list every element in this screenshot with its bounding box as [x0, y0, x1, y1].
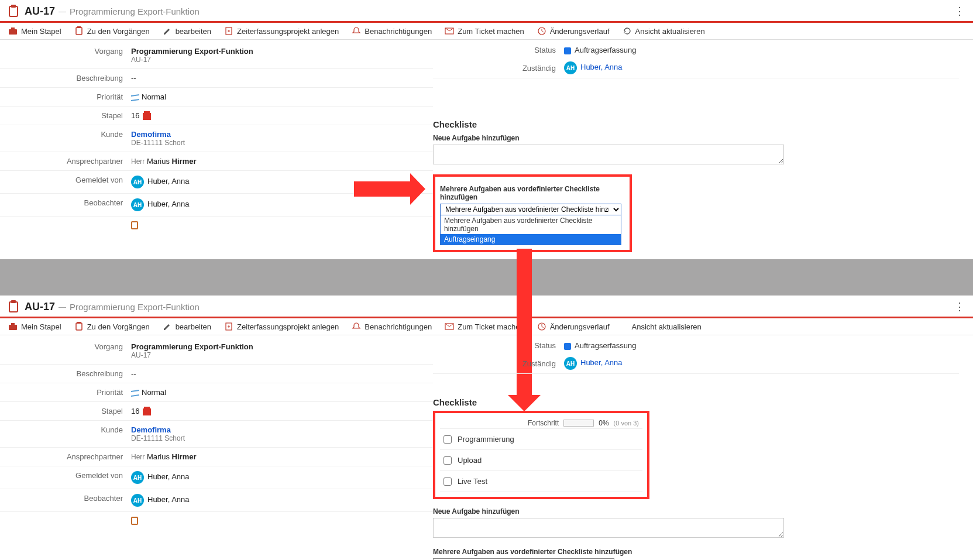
checkbox[interactable]: [443, 456, 452, 465]
meta-status: Status Auftragserfassung: [433, 42, 959, 58]
kebab-icon[interactable]: ⋮: [954, 5, 965, 18]
field-beschreibung: Beschreibung --: [0, 68, 433, 87]
new-task-label: Neue Aufgabe hinzufügen: [433, 507, 959, 516]
field-prioritaet: Priorität Normal: [0, 87, 433, 106]
bookmark-icon[interactable]: [131, 517, 138, 525]
checkbox[interactable]: [443, 435, 452, 444]
svg-rect-2: [9, 29, 17, 35]
tb-aenderung[interactable]: Änderungsverlauf: [537, 322, 610, 331]
select-option[interactable]: Auftragseingang: [441, 234, 621, 245]
checklist-select-options: Mehrere Aufgaben aus vordefinierter Chec…: [440, 215, 621, 245]
avatar: AH: [131, 176, 144, 188]
ticket-header: AU-17 — Programmierung Export-Funktion ⋮: [0, 296, 973, 318]
field-ansprechpartner: Ansprechpartner Herr Marius Hirmer: [0, 152, 433, 170]
right-column: StatusAuftragserfassung ZuständigAHHuber…: [433, 338, 973, 560]
zustaendig-link[interactable]: Huber, Anna: [580, 63, 623, 71]
multi-label: Mehrere Aufgaben aus vordefinierter Chec…: [440, 185, 625, 201]
tb-aktualisieren[interactable]: Ansicht aktualisieren: [632, 322, 702, 331]
svg-rect-13: [76, 323, 82, 330]
svg-rect-12: [11, 323, 15, 325]
arrow-right-icon: [354, 181, 412, 197]
checklist-item[interactable]: Programmierung: [440, 429, 642, 450]
status-color-icon: [564, 343, 571, 350]
avatar: AH: [131, 198, 144, 211]
field-stapel: Stapel 16: [0, 106, 433, 125]
bell-icon: [352, 26, 361, 36]
clipboard-icon: [74, 322, 84, 331]
right-column: Status Auftragserfassung Zuständig AHHub…: [433, 42, 973, 252]
avatar: AH: [564, 61, 577, 74]
avatar: AH: [131, 494, 144, 507]
kunde-link[interactable]: Demofirma: [131, 130, 429, 139]
new-task-input[interactable]: [433, 518, 784, 538]
svg-rect-11: [9, 325, 17, 330]
tb-zu-vorgaengen[interactable]: Zu den Vorgängen: [74, 26, 150, 36]
body-top: Vorgang Programmierung Export-Funktion A…: [0, 40, 973, 259]
dash: —: [59, 7, 66, 16]
svg-rect-10: [11, 300, 16, 303]
bell-icon: [352, 322, 361, 331]
toolbar: Mein Stapel Zu den Vorgängen bearbeiten …: [0, 23, 973, 40]
zustaendig-link[interactable]: Huber, Anna: [580, 358, 623, 367]
priority-icon: [131, 95, 139, 101]
tb-aktualisieren[interactable]: Ansicht aktualisieren: [623, 26, 705, 36]
svg-rect-5: [77, 26, 81, 28]
pane-divider: [0, 259, 973, 296]
tb-benachrichtigungen[interactable]: Benachrichtigungen: [352, 322, 432, 331]
refresh-icon: [623, 26, 632, 36]
progress-bar: [563, 420, 594, 427]
pencil-icon: [163, 26, 172, 36]
bookmark-icon[interactable]: [131, 221, 138, 229]
new-task-label: Neue Aufgabe hinzufügen: [433, 134, 959, 142]
briefcase-icon: [8, 322, 18, 331]
vorgang-id: AU-17: [131, 56, 429, 64]
kunde-link[interactable]: Demofirma: [131, 425, 429, 434]
tb-bearbeiten[interactable]: bearbeiten: [163, 322, 211, 331]
clipboard-plus-icon: [224, 322, 233, 331]
envelope-icon: [445, 322, 454, 331]
svg-rect-3: [11, 28, 15, 29]
ticket-id: AU-17: [25, 5, 55, 18]
svg-rect-1: [11, 5, 16, 8]
checklist-heading: Checkliste: [433, 397, 959, 407]
clipboard-plus-icon: [224, 26, 233, 36]
tb-zeiterfassung[interactable]: Zeiterfassungsprojekt anlegen: [224, 26, 339, 36]
tb-mein-stapel[interactable]: Mein Stapel: [8, 26, 61, 36]
new-task-input[interactable]: [433, 145, 784, 164]
tb-zum-ticket[interactable]: Zum Ticket machen: [445, 26, 524, 36]
field-kunde: Kunde Demofirma DE-11111 Schort: [0, 125, 433, 152]
history-icon: [537, 26, 546, 36]
checklist-heading: Checkliste: [433, 119, 959, 129]
left-column: VorgangProgrammierung Export-FunktionAU-…: [0, 338, 433, 531]
briefcase-icon: [8, 26, 18, 36]
ticket-header: AU-17 — Programmierung Export-Funktion ⋮: [0, 0, 973, 23]
avatar: AH: [131, 471, 144, 484]
status-color-icon: [564, 47, 571, 54]
tb-mein-stapel[interactable]: Mein Stapel: [8, 322, 61, 331]
tb-bearbeiten[interactable]: bearbeiten: [163, 26, 211, 36]
kebab-icon[interactable]: ⋮: [954, 300, 965, 313]
tb-zeiterfassung[interactable]: Zeiterfassungsprojekt anlegen: [224, 322, 339, 331]
right-meta: Status Auftragserfassung Zuständig AHHub…: [433, 42, 959, 78]
checklist-item[interactable]: Upload: [440, 450, 642, 471]
checklist-block: Neue Aufgabe hinzufügen Mehrere Aufgaben…: [433, 134, 959, 252]
checkbox[interactable]: [443, 477, 452, 486]
svg-rect-4: [76, 28, 82, 35]
tb-benachrichtigungen[interactable]: Benachrichtigungen: [352, 26, 432, 36]
right-meta: StatusAuftragserfassung ZuständigAHHuber…: [433, 338, 959, 374]
svg-rect-9: [9, 302, 18, 312]
toolbar: Mein Stapel Zu den Vorgängen bearbeiten …: [0, 318, 973, 335]
svg-rect-14: [77, 322, 81, 324]
meta-zustaendig: Zuständig AHHuber, Anna: [433, 58, 959, 78]
select-option[interactable]: Mehrere Aufgaben aus vordefinierter Chec…: [441, 215, 621, 234]
field-bookmark: [0, 216, 433, 236]
checklist-select[interactable]: Mehrere Aufgaben aus vordefinierter Chec…: [440, 204, 621, 215]
stack-icon: [143, 113, 151, 120]
field-vorgang: Vorgang Programmierung Export-Funktion A…: [0, 42, 433, 68]
stack-icon: [143, 408, 151, 415]
clipboard-icon: [74, 26, 84, 36]
tb-zu-vorgaengen[interactable]: Zu den Vorgängen: [74, 322, 150, 331]
checklist-item[interactable]: Live Test: [440, 471, 642, 492]
tb-aenderung[interactable]: Änderungsverlauf: [537, 26, 610, 36]
pane-bottom: AU-17 — Programmierung Export-Funktion ⋮…: [0, 296, 973, 560]
